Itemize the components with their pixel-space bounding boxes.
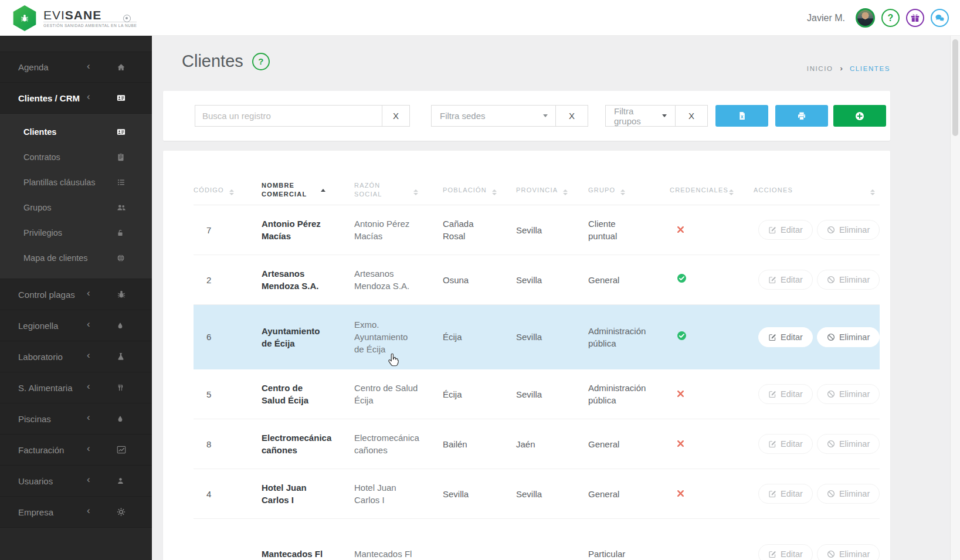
print-button[interactable] [775,105,828,127]
cell-grupo: Administración pública [588,325,670,349]
home-icon [117,63,125,72]
sidebar-item-plantillas-clausulas[interactable]: Plantillas cláusulas [0,169,152,195]
sidebar-item-grupos[interactable]: Grupos [0,195,152,220]
delete-button[interactable]: Eliminar [817,434,880,454]
col-nombre-comercial[interactable]: NOMBRE COMERCIAL [262,181,354,199]
table-row[interactable]: 4 Hotel Juan Carlos I Hotel Juan Carlos … [194,469,880,519]
filter-grupos-select[interactable]: Filtra grupos [605,105,676,127]
sidebar-item-piscinas[interactable]: Piscinas [0,403,152,435]
table-row[interactable]: 7 Antonio Pérez Macías Antonio Pérez Mac… [194,205,880,255]
cell-provincia: Sevilla [516,274,588,286]
delete-button[interactable]: Eliminar [817,484,880,504]
table-row[interactable]: 6 Ayuntamiento de Écija Exmo. Ayuntamien… [194,305,880,369]
clear-sedes-button[interactable]: X [555,105,588,127]
cell-razon-social: Hotel Juan Carlos I [354,481,443,506]
delete-button[interactable]: Eliminar [817,270,880,290]
chat-icon[interactable] [931,9,949,27]
scrollbar-thumb[interactable] [952,39,958,136]
scrollbar[interactable] [950,36,960,560]
export-excel-button[interactable] [715,105,768,127]
sidebar-item-clientes[interactable]: Clientes [0,119,152,144]
plus-circle-icon [855,111,864,121]
filter-bar: X Filtra sedes X Filtra grupos X [163,91,890,141]
chevron-left-icon [87,91,90,103]
cell-nombre-comercial: Mantecados Fl [262,548,354,560]
delete-button[interactable]: Eliminar [817,327,880,347]
cell-razon-social: Centro de Salud Écija [354,382,443,406]
target-icon[interactable] [123,15,131,22]
edit-icon [768,276,776,284]
edit-icon [768,490,776,498]
sidebar-item-mapa-de-clientes[interactable]: Mapa de clientes [0,245,152,270]
edit-button[interactable]: Editar [758,270,813,290]
x-mark-icon [677,438,684,450]
edit-button[interactable]: Editar [758,544,813,560]
sidebar-item-clientes-crm[interactable]: Clientes / CRM [0,83,152,114]
edit-icon [768,333,776,341]
col-acciones[interactable]: ACCIONES [754,185,880,196]
edit-button[interactable]: Editar [758,434,813,454]
add-client-button[interactable] [833,105,886,127]
col-grupo[interactable]: GRUPO [588,185,670,196]
cell-grupo: General [588,438,670,450]
table-row[interactable]: 8 Electromecánica cañones Electromecánic… [194,419,880,469]
help-icon[interactable]: ? [881,9,900,27]
sidebar-item-agenda[interactable]: Agenda [0,52,152,83]
check-circle-icon [677,331,687,344]
delete-button[interactable]: Eliminar [817,544,880,560]
sidebar-item-control-plagas[interactable]: Control plagas [0,279,152,310]
clear-search-button[interactable]: X [382,105,410,127]
sidebar-item-empresa[interactable]: Empresa [0,497,152,528]
table-row[interactable]: Mantecados Fl Mantecados Fl Particular E… [194,519,880,560]
delete-button[interactable]: Eliminar [817,220,880,240]
cell-credenciales [670,488,754,500]
table-row[interactable]: 5 Centro de Salud Écija Centro de Salud … [194,369,880,419]
page-help-icon[interactable]: ? [252,53,270,70]
edit-button[interactable]: Editar [758,220,813,240]
cell-credenciales [670,273,754,286]
col-credenciales[interactable]: CREDENCIALES [670,185,754,196]
edit-button[interactable]: Editar [758,484,813,504]
sidebar-item-facturacion[interactable]: Facturación [0,435,152,466]
search-input[interactable] [195,105,382,127]
gift-icon[interactable] [906,9,924,27]
sidebar-item-usuarios[interactable]: Usuarios [0,466,152,497]
cell-acciones: Editar Eliminar [754,434,880,454]
id-card-icon [117,127,125,136]
droplet-icon [117,415,124,422]
col-poblacion[interactable]: POBLACIÓN [443,185,516,196]
cell-codigo: 5 [194,388,262,401]
ban-icon [827,440,835,448]
chevron-left-icon [87,381,90,392]
table-row[interactable]: 2 Artesanos Mendoza S.A. Artesanos Mendo… [194,255,880,305]
cell-razon-social: Artesanos Mendoza S.A. [354,267,443,292]
cell-nombre-comercial: Artesanos Mendoza S.A. [262,267,354,292]
col-razon-social[interactable]: RAZÓN SOCIAL [354,181,443,199]
cell-grupo: General [588,488,670,500]
user-icon [117,477,124,485]
app-logo[interactable]: EVISANE GESTIÓN SANIDAD AMBIENTAL EN LA … [12,5,137,32]
breadcrumb-inicio[interactable]: INICIO [807,65,833,72]
delete-button[interactable]: Eliminar [817,384,880,404]
edit-button[interactable]: Editar [758,384,813,404]
user-avatar[interactable] [856,8,875,28]
sidebar-item-privilegios[interactable]: Privilegios [0,220,152,245]
sort-icon [729,189,734,196]
cell-provincia: Sevilla [516,388,588,401]
col-codigo[interactable]: CÓDIGO [194,185,262,196]
chevron-right-icon: › [840,64,843,73]
edit-icon [768,226,776,234]
cell-acciones: Editar Eliminar [754,484,880,504]
sidebar-item-laboratorio[interactable]: Laboratorio [0,341,152,372]
col-provincia[interactable]: PROVINCIA [516,185,588,196]
cell-provincia: Sevilla [516,224,588,236]
sidebar-item-s-alimentaria[interactable]: S. Alimentaria [0,372,152,403]
edit-button[interactable]: Editar [758,327,813,347]
filter-sedes-select[interactable]: Filtra sedes [431,105,556,127]
sidebar-item-contratos[interactable]: Contratos [0,144,152,169]
clear-grupos-button[interactable]: X [675,105,708,127]
sidebar-item-legionella[interactable]: Legionella [0,310,152,341]
cell-codigo: 6 [194,331,262,343]
user-name[interactable]: Javier M. [807,13,845,23]
sort-icon [413,189,418,196]
